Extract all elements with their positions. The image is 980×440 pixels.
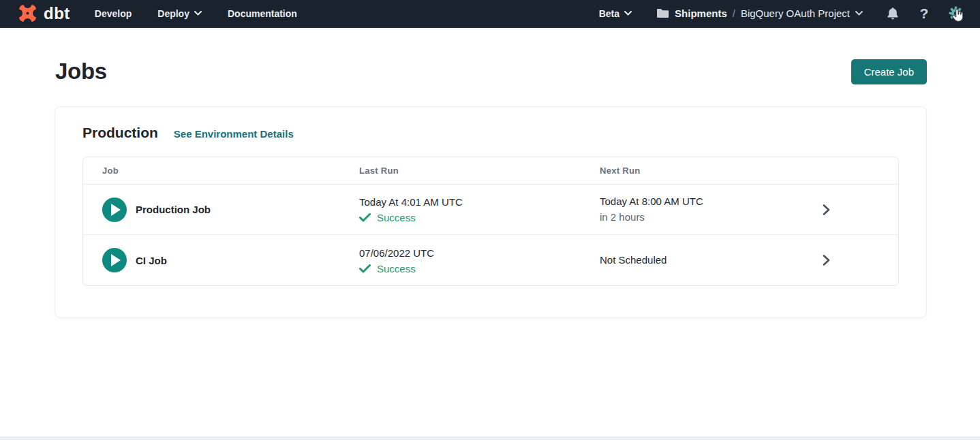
dbt-logo[interactable]: dbt xyxy=(17,3,70,24)
dbt-logo-icon xyxy=(17,3,38,24)
folder-icon xyxy=(656,8,669,18)
column-header-next-run: Next Run xyxy=(581,166,751,176)
dbt-logo-text: dbt xyxy=(44,5,70,22)
page-header: Jobs Create Job xyxy=(0,28,980,84)
job-name[interactable]: CI Job xyxy=(136,255,167,266)
next-run-time: Not Scheduled xyxy=(600,253,751,267)
breadcrumb-separator: / xyxy=(733,7,735,19)
beta-dropdown[interactable]: Beta xyxy=(599,8,632,19)
table-row-ci-job[interactable]: CI Job 07/06/2022 UTC Success Not Schedu… xyxy=(83,235,898,285)
create-job-button[interactable]: Create Job xyxy=(851,59,927,84)
run-job-button[interactable] xyxy=(102,248,127,272)
table-row-production-job[interactable]: Production Job Today At 4:01 AM UTC Succ… xyxy=(83,185,898,235)
play-icon xyxy=(111,254,121,266)
column-header-job: Job xyxy=(83,166,340,176)
last-run-time: Today At 4:01 AM UTC xyxy=(359,195,581,209)
status-text: Success xyxy=(377,263,416,274)
status-text: Success xyxy=(377,212,416,223)
breadcrumb: Shipments / BigQuery OAuth Project xyxy=(656,7,863,19)
settings-button[interactable] xyxy=(947,5,964,22)
next-run-time: Today At 8:00 AM UTC xyxy=(600,195,751,208)
primary-nav: Develop Deploy Documentation xyxy=(95,8,297,19)
play-icon xyxy=(111,204,121,216)
project-dropdown[interactable]: BigQuery OAuth Project xyxy=(741,7,863,19)
notifications-button[interactable] xyxy=(885,5,901,22)
chevron-down-icon xyxy=(194,11,202,16)
chevron-right-icon[interactable] xyxy=(822,204,831,216)
last-run-status: Success xyxy=(359,212,581,223)
gear-icon xyxy=(949,6,963,20)
nav-item-documentation[interactable]: Documentation xyxy=(228,8,297,19)
top-navbar: dbt Develop Deploy Documentation Beta Sh… xyxy=(0,0,980,28)
last-run-status: Success xyxy=(359,263,581,274)
next-run-note: in 2 hours xyxy=(600,210,751,224)
chevron-down-icon xyxy=(855,11,863,16)
last-run-time: 07/06/2022 UTC xyxy=(359,247,581,260)
environment-name: Production xyxy=(82,125,158,141)
check-icon xyxy=(359,213,371,222)
job-name[interactable]: Production Job xyxy=(136,204,211,215)
nav-item-deploy[interactable]: Deploy xyxy=(157,8,202,19)
chevron-down-icon xyxy=(624,11,632,16)
column-header-last-run: Last Run xyxy=(340,166,581,176)
help-button[interactable]: ? xyxy=(916,5,932,22)
nav-item-develop[interactable]: Develop xyxy=(95,8,132,19)
check-icon xyxy=(359,264,371,273)
bell-icon xyxy=(887,7,899,20)
environment-header: Production See Environment Details xyxy=(82,125,899,141)
environment-card: Production See Environment Details Job L… xyxy=(55,106,927,318)
jobs-table-header-row: Job Last Run Next Run xyxy=(83,157,898,185)
run-job-button[interactable] xyxy=(102,198,127,222)
jobs-table: Job Last Run Next Run Production Job Tod… xyxy=(82,157,899,286)
see-environment-details-link[interactable]: See Environment Details xyxy=(174,128,294,140)
question-mark-icon: ? xyxy=(920,5,929,22)
navbar-right: Beta Shipments / BigQuery OAuth Project xyxy=(599,5,964,22)
account-name[interactable]: Shipments xyxy=(675,7,727,19)
page-bottom-edge xyxy=(0,437,980,440)
page-title: Jobs xyxy=(55,59,107,84)
chevron-right-icon[interactable] xyxy=(822,254,831,266)
